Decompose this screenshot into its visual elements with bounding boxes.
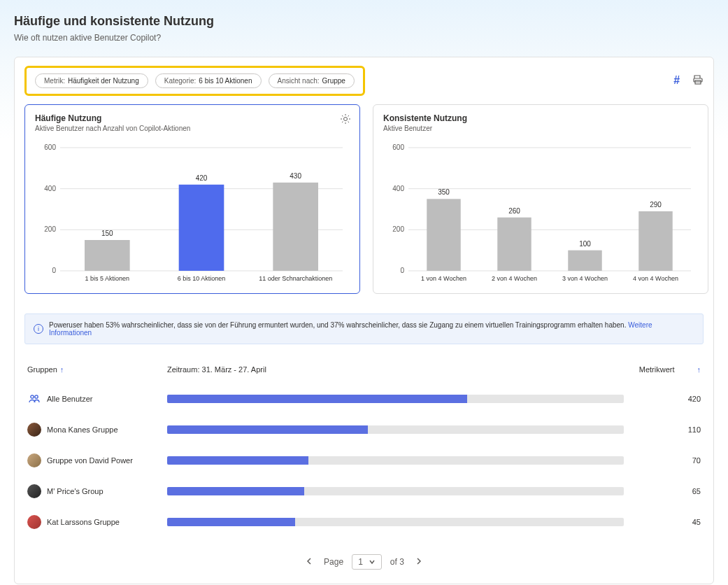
svg-rect-37 [638,211,672,271]
svg-text:400: 400 [44,185,56,192]
chart2-title: Konsistente Nutzung [383,113,698,123]
svg-rect-17 [273,183,318,271]
filter-viewby-label: Ansicht nach: [278,77,320,85]
svg-rect-28 [427,199,460,271]
svg-text:0: 0 [52,267,56,274]
page-of-label: of [390,557,397,567]
svg-point-2 [344,118,348,121]
insight-text: Poweruser haben 53% wahrscheinlicher, da… [49,321,626,329]
groups-table: Gruppen ↑ Zeitraum: 31. März - 27. April… [24,365,704,537]
main-card: Metrik: Häufigkeit der Nutzung Kategorie… [14,57,714,584]
svg-rect-34 [568,251,601,271]
col-metric-label: Metrikwert [639,365,675,374]
group-name: Gruppe von David Power [47,456,133,465]
bar-track [167,518,624,526]
group-cell: Gruppe von David Power [27,453,167,467]
svg-text:1 von 4 Wochen: 1 von 4 Wochen [421,275,466,282]
bar-track [167,395,624,403]
page-prev-button[interactable] [303,554,315,570]
gear-icon[interactable] [340,113,351,127]
metric-value: 70 [645,456,701,465]
page-select[interactable]: 1 [352,554,382,570]
svg-text:260: 260 [508,207,520,215]
svg-rect-11 [85,240,130,271]
chart1-title: Häufige Nutzung [35,113,350,123]
svg-text:400: 400 [392,185,404,192]
table-row[interactable]: Alle Benutzer420 [24,383,704,414]
svg-text:0: 0 [400,267,404,274]
page-next-button[interactable] [413,554,425,570]
group-cell: Mona Kanes Gruppe [27,423,167,437]
chart1-subtitle: Aktive Benutzer nach Anzahl von Copilot-… [35,125,350,132]
bar-fill [167,395,467,403]
col-group-label: Gruppen [27,365,57,374]
table-row[interactable]: Mona Kanes Gruppe110 [24,414,704,445]
bar-track [167,425,624,434]
sort-arrow-icon: ↑ [60,365,64,374]
charts-row: Häufige Nutzung Aktive Benutzer nach Anz… [24,104,704,294]
group-name: Kat Larssons Gruppe [47,518,120,526]
svg-rect-31 [497,218,531,271]
bar-fill [167,518,295,526]
hash-icon[interactable]: # [673,74,680,88]
col-group-header[interactable]: Gruppen ↑ [27,365,167,374]
avatar [27,515,41,529]
svg-point-41 [35,395,38,398]
svg-text:11 oder Schnarchaktionen: 11 oder Schnarchaktionen [259,275,332,282]
page-current: 1 [358,557,363,567]
filter-metric-label: Metrik: [44,77,65,85]
svg-text:420: 420 [196,174,208,182]
bar-cell [167,456,645,465]
filters-highlight: Metrik: Häufigkeit der Nutzung Kategorie… [24,66,365,96]
col-metric-header[interactable]: Metrikwert ↑ [645,365,701,374]
bar-cell [167,395,645,403]
col-timeframe-label: Zeitraum: 31. März - 27. April [167,365,266,374]
action-icons: # [673,74,704,88]
svg-text:290: 290 [650,201,662,209]
group-cell: M' Price's Group [27,484,167,498]
page-title: Häufige und konsistente Nutzung [14,14,714,29]
filter-category[interactable]: Kategorie: 6 bis 10 Aktionen [155,73,262,88]
filter-metric-value: Häufigkeit der Nutzung [68,77,139,85]
filter-category-label: Kategorie: [164,77,197,85]
svg-text:2 von 4 Wochen: 2 von 4 Wochen [492,275,537,282]
table-row[interactable]: M' Price's Group65 [24,476,704,507]
svg-text:430: 430 [290,172,301,180]
group-cell: Kat Larssons Gruppe [27,515,167,529]
group-name: Mona Kanes Gruppe [47,425,118,434]
svg-text:350: 350 [438,188,450,196]
metric-value: 65 [645,487,701,495]
chart2-subtitle: Aktive Benutzer [383,125,698,132]
export-icon[interactable] [692,74,704,88]
metric-value: 110 [645,425,701,434]
filters-row: Metrik: Häufigkeit der Nutzung Kategorie… [24,66,704,96]
chevron-down-icon [369,558,376,565]
filter-viewby-value: Gruppe [322,77,345,85]
all-users-icon [27,392,41,406]
svg-rect-14 [179,185,224,271]
pagination: Page 1 of 3 [24,554,704,570]
page-total: 3 [399,557,404,567]
chart-frequent-usage[interactable]: Häufige Nutzung Aktive Benutzer nach Anz… [24,104,360,294]
table-row[interactable]: Kat Larssons Gruppe45 [24,507,704,537]
bar-fill [167,425,368,434]
svg-text:100: 100 [579,240,591,248]
avatar [27,453,41,467]
chart2-body: 02004006003501 von 4 Wochen2602 von 4 Wo… [383,141,698,288]
info-icon: i [34,324,43,334]
page-label: Page [324,557,343,567]
filter-metric[interactable]: Metrik: Häufigkeit der Nutzung [35,73,148,88]
table-header: Gruppen ↑ Zeitraum: 31. März - 27. April… [24,365,704,383]
group-cell: Alle Benutzer [27,392,167,406]
avatar [27,423,41,437]
filter-category-value: 6 bis 10 Aktionen [199,77,252,85]
svg-text:6 bis 10 Aktionen: 6 bis 10 Aktionen [178,275,226,282]
svg-text:1 bis 5 Aktionen: 1 bis 5 Aktionen [85,275,130,282]
bar-track [167,487,624,495]
table-row[interactable]: Gruppe von David Power70 [24,445,704,476]
insight-banner: i Poweruser haben 53% wahrscheinlicher, … [24,313,704,344]
filter-viewby[interactable]: Ansicht nach: Gruppe [269,73,355,88]
chart-consistent-usage[interactable]: Konsistente Nutzung Aktive Benutzer 0200… [373,104,708,294]
sort-arrow-icon: ↑ [697,365,701,374]
bar-fill [167,456,308,465]
